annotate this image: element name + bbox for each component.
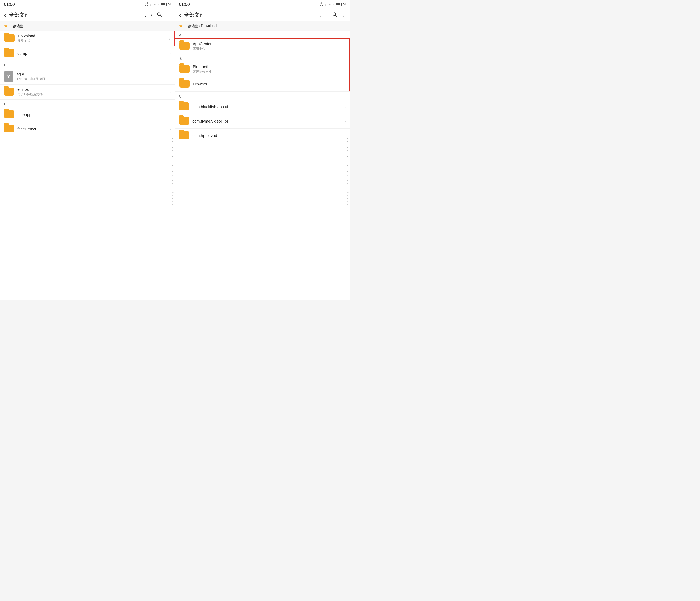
right-section-b: B	[175, 54, 349, 62]
right-status-icons: 0.09 KB/S ☆ ≡ ▲ 54	[319, 2, 346, 7]
right-star-icon: ☆	[325, 2, 328, 6]
right-file-info-bluetooth: Bluetooth 蓝牙接收文件	[193, 65, 344, 74]
left-chevron-dump: ›	[170, 51, 171, 56]
left-folder-icon-faceapp	[4, 110, 14, 119]
left-file-name-dump: dump	[17, 51, 170, 56]
left-status-icons: 3.11 KB/S ☆ ≡ ▲ 54	[144, 2, 171, 7]
left-file-name-facedetect: faceDetect	[17, 127, 170, 131]
signal-icon: ≡	[154, 3, 155, 6]
left-status-bar: 01:00 3.11 KB/S ☆ ≡ ▲ 54	[0, 0, 175, 9]
wifi-icon: ▲	[157, 3, 160, 6]
right-section-c: C	[175, 92, 350, 100]
right-folder-appcenter[interactable]: AppCenter 应用中心 ›	[175, 39, 349, 54]
left-section-e: E	[0, 61, 175, 69]
left-folder-dump[interactable]: dump ›	[0, 46, 175, 61]
right-sort-icon[interactable]: ⋮→	[318, 12, 328, 18]
right-folder-icon-hp	[179, 131, 189, 140]
right-signal-icon: ≡	[329, 3, 330, 6]
left-folder-download[interactable]: Download 系统下载 ›	[0, 31, 175, 46]
right-file-meta-bluetooth: 蓝牙接收文件	[193, 70, 344, 74]
left-file-name-download: Download	[18, 34, 169, 39]
left-title: 全部文件	[9, 11, 143, 18]
right-folder-browser[interactable]: Browser ›	[175, 77, 349, 91]
left-file-name-ega: eg.a	[17, 72, 171, 76]
left-file-name-emlibs: emlibs	[17, 87, 170, 92]
right-file-list: A AppCenter 应用中心 › B	[175, 31, 350, 300]
right-folder-blackfish[interactable]: com.blackfish.app.ui ›	[175, 100, 350, 114]
right-file-name-browser: Browser	[193, 82, 344, 86]
right-folder-hp[interactable]: com.hp.pt.vod ›	[175, 128, 350, 143]
left-chevron-emlibs: ›	[170, 90, 171, 94]
right-breadcrumb: ★ | 存储盘 › Download	[175, 21, 350, 31]
left-chevron-download: ›	[169, 36, 171, 41]
star-icon: ☆	[150, 2, 153, 6]
left-search-icon[interactable]	[157, 12, 162, 18]
left-battery-icon	[160, 3, 167, 6]
left-file-info-ega: eg.a 1KB 2019年1月28日	[17, 72, 171, 81]
right-chevron-hp: ›	[345, 133, 346, 138]
right-breadcrumb-sep: |	[186, 24, 186, 28]
right-file-meta-appcenter: 应用中心	[193, 47, 344, 51]
right-title: 全部文件	[184, 11, 318, 18]
left-file-info-faceapp: faceapp	[17, 112, 170, 117]
right-more-icon[interactable]: ⋮	[341, 12, 346, 18]
right-folder-icon-bluetooth	[179, 65, 190, 74]
right-breadcrumb-storage[interactable]: 存储盘	[188, 24, 198, 28]
left-file-list: Download 系统下载 › dump › E ? eg.a 1KB 2019…	[0, 31, 175, 300]
right-folder-icon-appcenter	[179, 42, 190, 51]
left-folder-faceapp[interactable]: faceapp ›	[0, 107, 175, 122]
right-breadcrumb-star: ★	[179, 23, 183, 29]
left-file-icon-ega: ?	[4, 71, 14, 82]
left-file-info-facedetect: faceDetect	[17, 127, 170, 131]
left-breadcrumb-storage[interactable]: 存储盘	[12, 24, 23, 28]
right-folder-icon-flyme	[179, 117, 189, 126]
left-file-meta-emlibs: 电子邮件应用支持	[17, 93, 170, 97]
right-chevron-bluetooth: ›	[344, 67, 346, 72]
right-toolbar: ‹ 全部文件 ⋮→ ⋮	[175, 9, 350, 21]
right-folder-flyme[interactable]: com.flyme.videoclips ›	[175, 114, 350, 128]
left-battery-pct: 54	[168, 3, 171, 6]
right-chevron-blackfish: ›	[345, 105, 346, 109]
left-folder-icon-facedetect	[4, 125, 14, 133]
right-chevron-appcenter: ›	[344, 44, 346, 49]
right-battery-pct: 54	[343, 3, 346, 6]
left-file-info-dump: dump	[17, 51, 170, 56]
left-folder-facedetect[interactable]: faceDetect ›	[0, 122, 175, 136]
right-wifi-icon: ▲	[332, 3, 335, 6]
left-file-ega[interactable]: ? eg.a 1KB 2019年1月28日	[0, 69, 175, 84]
left-file-info-emlibs: emlibs 电子邮件应用支持	[17, 87, 170, 97]
right-search-icon[interactable]	[332, 12, 337, 18]
right-folder-icon-browser	[179, 80, 190, 88]
left-folder-emlibs[interactable]: emlibs 电子邮件应用支持 ›	[0, 84, 175, 100]
left-file-meta-ega: 1KB 2019年1月28日	[17, 77, 171, 81]
right-folder-bluetooth[interactable]: Bluetooth 蓝牙接收文件 ›	[175, 62, 349, 77]
right-file-info-hp: com.hp.pt.vod	[192, 133, 345, 138]
right-panel: 01:00 0.09 KB/S ☆ ≡ ▲ 54 ‹ 全部文件 ⋮→	[175, 0, 350, 300]
left-sort-icon[interactable]: ⋮→	[143, 12, 153, 18]
right-status-bar: 01:00 0.09 KB/S ☆ ≡ ▲ 54	[175, 0, 350, 9]
right-chevron-browser: ›	[344, 82, 346, 86]
right-status-time: 01:00	[179, 2, 190, 7]
left-breadcrumb-star: ★	[4, 23, 8, 29]
left-panel: 01:00 3.11 KB/S ☆ ≡ ▲ 54 ‹ 全部文件 ⋮→	[0, 0, 175, 300]
right-battery-icon	[335, 3, 342, 6]
right-file-info-appcenter: AppCenter 应用中心	[193, 42, 344, 51]
left-toolbar: ‹ 全部文件 ⋮→ ⋮	[0, 9, 175, 21]
right-chevron-flyme: ›	[345, 119, 346, 124]
right-back-button[interactable]: ‹	[179, 11, 181, 19]
left-section-f: F	[0, 100, 175, 107]
right-highlighted-group: AppCenter 应用中心 › B Bluetooth 蓝牙接收文件 ›	[175, 39, 350, 92]
left-status-time: 01:00	[4, 2, 15, 7]
left-chevron-facedetect: ›	[170, 127, 171, 131]
right-toolbar-icons: ⋮→ ⋮	[318, 12, 346, 18]
left-more-icon[interactable]: ⋮	[165, 12, 171, 18]
right-breadcrumb-arrow: ›	[199, 24, 200, 28]
left-chevron-faceapp: ›	[170, 112, 171, 117]
left-folder-icon-emlibs	[4, 88, 14, 96]
left-folder-icon-dump	[4, 49, 14, 58]
right-file-info-blackfish: com.blackfish.app.ui	[192, 105, 345, 109]
right-file-info-flyme: com.flyme.videoclips	[192, 119, 345, 124]
right-breadcrumb-current: Download	[201, 24, 217, 28]
left-toolbar-icons: ⋮→ ⋮	[143, 12, 171, 18]
left-back-button[interactable]: ‹	[4, 11, 6, 19]
